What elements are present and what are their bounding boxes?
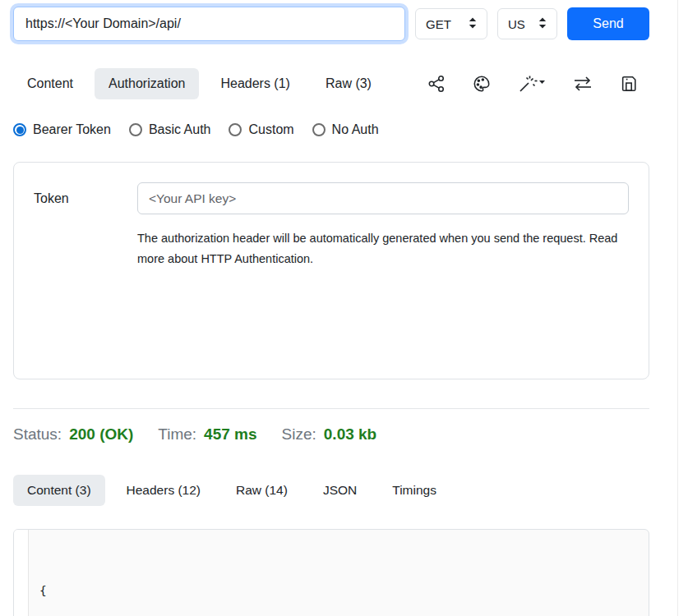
resp-tab-json[interactable]: JSON — [309, 475, 371, 506]
status-value: 200 (OK) — [69, 425, 133, 444]
url-input[interactable] — [13, 7, 405, 41]
method-select-value: GET — [426, 17, 451, 31]
resp-tab-timings[interactable]: Timings — [378, 475, 450, 506]
radio-label: Basic Auth — [149, 122, 211, 137]
updown-caret-icon — [538, 17, 547, 31]
palette-icon[interactable] — [473, 75, 491, 93]
response-body-block: { "message": "API running." } — [13, 529, 649, 616]
send-button[interactable]: Send — [567, 7, 649, 40]
size-value: 0.03 kb — [324, 425, 376, 444]
size-label: Size: — [282, 425, 316, 444]
radio-label: Custom — [248, 122, 293, 137]
api-client-page: GET US Send Content Authorizati — [0, 0, 688, 616]
radio-circle — [312, 123, 326, 136]
response-status-row: Status: 200 (OK) Time: 457 ms Size: 0.03… — [13, 425, 649, 444]
scrollbar-track[interactable] — [677, 0, 688, 616]
resp-tab-headers[interactable]: Headers (12) — [113, 475, 215, 506]
token-help-text: The authorization header will be automat… — [137, 228, 624, 270]
code-line: { — [39, 581, 649, 601]
size-group: Size: 0.03 kb — [282, 425, 377, 444]
share-icon[interactable] — [427, 75, 446, 93]
swap-arrows-icon[interactable] — [573, 75, 593, 93]
toolbar-icons — [427, 75, 649, 93]
request-bar: GET US Send — [13, 7, 649, 41]
tab-raw[interactable]: Raw (3) — [312, 68, 386, 99]
updown-caret-icon — [469, 17, 477, 31]
resp-tab-raw[interactable]: Raw (14) — [222, 475, 302, 506]
radio-basic-auth[interactable]: Basic Auth — [129, 122, 211, 137]
radio-circle — [129, 123, 142, 136]
tab-content[interactable]: Content — [13, 68, 87, 99]
resp-tab-content[interactable]: Content (3) — [13, 475, 105, 506]
token-row: Token — [34, 182, 629, 214]
radio-no-auth[interactable]: No Auth — [312, 122, 379, 137]
method-select[interactable]: GET — [415, 8, 487, 39]
request-tabs: Content Authorization Headers (1) Raw (3… — [13, 67, 649, 100]
section-divider — [13, 408, 649, 409]
bearer-token-panel: Token The authorization header will be a… — [13, 162, 649, 379]
save-icon[interactable] — [620, 75, 638, 93]
tab-authorization[interactable]: Authorization — [95, 68, 199, 99]
magic-wand-dropdown-icon[interactable] — [518, 75, 546, 93]
radio-circle-checked — [13, 123, 26, 136]
tab-headers[interactable]: Headers (1) — [206, 68, 303, 99]
main-content: GET US Send Content Authorizati — [13, 7, 649, 616]
code-gutter — [14, 530, 29, 616]
region-select-value: US — [508, 17, 525, 31]
radio-custom[interactable]: Custom — [229, 122, 293, 137]
response-tabs: Content (3) Headers (12) Raw (14) JSON T… — [13, 473, 649, 507]
status-label: Status: — [13, 425, 62, 444]
time-label: Time: — [158, 425, 196, 444]
radio-label: Bearer Token — [33, 122, 111, 137]
token-label: Token — [34, 191, 137, 206]
status-group: Status: 200 (OK) — [13, 425, 133, 444]
radio-bearer-token[interactable]: Bearer Token — [13, 122, 111, 137]
region-select[interactable]: US — [497, 8, 557, 39]
time-value: 457 ms — [204, 425, 256, 444]
radio-circle — [229, 123, 242, 136]
response-json-code: { "message": "API running." } — [29, 530, 649, 616]
token-input[interactable] — [137, 182, 629, 214]
code-brace-open: { — [39, 584, 47, 597]
auth-type-options: Bearer Token Basic Auth Custom No Auth — [13, 122, 649, 137]
radio-label: No Auth — [332, 122, 379, 137]
time-group: Time: 457 ms — [158, 425, 256, 444]
